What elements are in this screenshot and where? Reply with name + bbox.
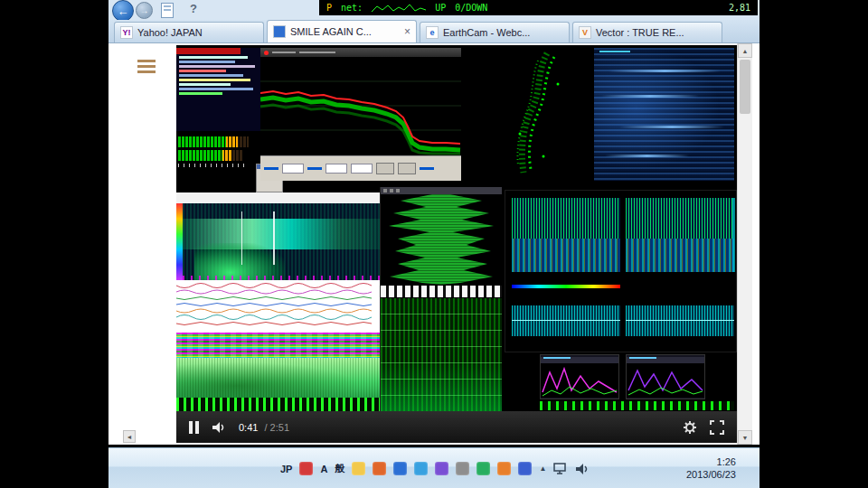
vertical-scrollbar[interactable]: ▲ ▼ [737, 43, 752, 445]
scroll-down-icon[interactable]: ▼ [738, 430, 752, 445]
video-panel-analyzer-controls [260, 155, 461, 181]
tray-icon[interactable] [414, 462, 428, 475]
video-panel-level-meters [176, 134, 250, 177]
network-icon[interactable] [553, 463, 568, 475]
time-total: / 2:51 [264, 422, 289, 433]
tab-vector[interactable]: V Vector : TRUE RE... [572, 22, 722, 42]
tray-icon[interactable] [352, 462, 365, 475]
tab-label: Vector : TRUE RE... [596, 27, 684, 38]
video-panel-striped-chart [176, 280, 380, 411]
piano-strip-icon [381, 285, 502, 298]
video-panel-mini-spectra [505, 352, 737, 411]
video-panel-spectrogram [176, 192, 380, 280]
time-current: 0:41 [239, 422, 258, 433]
forward-button[interactable]: → [136, 2, 153, 19]
tray-icon[interactable] [476, 462, 490, 475]
tab-bar: Y! Yahoo! JAPAN SMILE AGAIN C... × e Ear… [108, 20, 760, 43]
system-tray: JP A 般 ▲ 1:26 20 [280, 448, 736, 488]
settings-gear-icon[interactable] [683, 420, 697, 435]
back-button[interactable]: ← [112, 0, 134, 22]
time-display: 0:41 / 2:51 [239, 422, 289, 433]
tray-icon[interactable] [518, 462, 532, 475]
video-panel-quad-displays [505, 190, 737, 352]
spectrum-plot [260, 57, 461, 155]
tab-smile-again[interactable]: SMILE AGAIN C... × [267, 20, 417, 42]
page-icon[interactable] [161, 3, 174, 18]
language-indicator[interactable]: JP [280, 464, 292, 474]
tray-icon[interactable] [299, 462, 313, 475]
video-panel-terminal [176, 48, 262, 131]
help-icon[interactable]: ? [190, 2, 197, 15]
scroll-left-icon[interactable]: ◄ [123, 430, 136, 443]
ime-conversion-indicator[interactable]: 般 [335, 462, 344, 475]
net-meter-prefix: P [326, 3, 332, 13]
net-meter-value: 2,81 [729, 3, 750, 13]
tray-icon[interactable] [373, 462, 386, 475]
scroll-up-icon[interactable]: ▲ [738, 43, 752, 58]
taskbar-clock[interactable]: 1:26 2013/06/23 [686, 456, 736, 482]
yahoo-favicon-icon: Y! [120, 26, 133, 39]
net-meter-up: UP [435, 3, 446, 13]
earthcam-favicon-icon: e [426, 26, 439, 39]
screen: ← → ? P net: UP 0/DOWN 2,81 Y! Yahoo! JA… [108, 0, 760, 488]
video-panel-green-scatter [467, 48, 592, 181]
video-player[interactable]: 0:41 / 2:51 [176, 45, 737, 443]
vector-favicon-icon: V [579, 26, 591, 39]
scrollbar-thumb[interactable] [740, 60, 750, 114]
tray-icon[interactable] [435, 462, 448, 475]
tab-label: SMILE AGAIN C... [290, 26, 372, 37]
colorbar-icon [512, 285, 620, 288]
pause-button[interactable] [189, 421, 199, 434]
clock-time: 1:26 [717, 456, 736, 469]
tray-icon[interactable] [497, 462, 511, 475]
net-sparkline-icon [372, 3, 426, 14]
show-hidden-icons-button[interactable]: ▲ [539, 465, 546, 473]
menu-icon[interactable] [137, 60, 156, 76]
speaker-icon[interactable] [575, 462, 590, 476]
taskbar: JP A 般 ▲ 1:26 20 [108, 447, 760, 488]
fullscreen-icon[interactable] [710, 420, 724, 435]
net-meter-label: net: [341, 3, 363, 13]
tray-icon[interactable] [456, 462, 469, 475]
tab-label: EarthCam - Webc... [443, 27, 530, 38]
smile-favicon-icon [273, 25, 286, 38]
video-panel-vertical-spectrum [380, 187, 502, 411]
ime-mode-indicator[interactable]: A [320, 464, 327, 474]
colorbar-icon [176, 203, 183, 280]
network-meter-gadget[interactable]: P net: UP 0/DOWN 2,81 [319, 0, 758, 15]
tab-earthcam[interactable]: e EarthCam - Webc... [420, 22, 570, 42]
net-meter-down: 0/DOWN [455, 3, 487, 13]
page-content: 0:41 / 2:51 ▲ ▼ ◄ [108, 43, 760, 445]
tab-yahoo-japan[interactable]: Y! Yahoo! JAPAN [114, 22, 264, 42]
record-dot-icon [264, 51, 269, 55]
video-panel-spectrum-analyzer [260, 48, 461, 155]
clock-date: 2013/06/23 [686, 469, 736, 482]
volume-icon[interactable] [212, 420, 226, 435]
video-panel-blue-waterfall [594, 48, 734, 181]
tab-close-icon[interactable]: × [404, 25, 410, 38]
player-controls: 0:41 / 2:51 [176, 411, 737, 443]
tab-label: Yahoo! JAPAN [137, 27, 203, 38]
tray-icon[interactable] [393, 462, 407, 475]
